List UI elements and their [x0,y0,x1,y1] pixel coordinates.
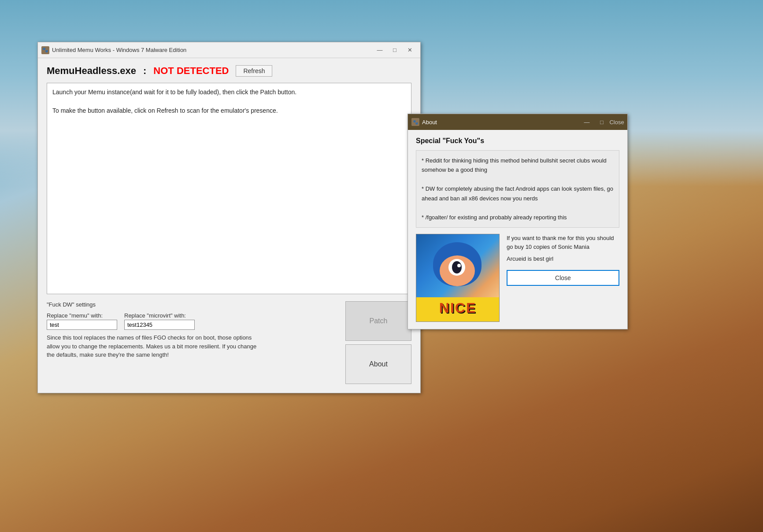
field-row: Replace "memu" with: Replace "microvirt"… [47,312,337,330]
about-titlebar: 🐾 About — □ Close [408,114,627,130]
titlebar-controls: — □ ✕ [373,45,417,55]
sonic-eye-pupil [452,261,462,273]
bullet2: * DW for completely abusing the fact And… [422,184,614,203]
about-app-icon: 🐾 [411,118,419,126]
sonic-head [429,242,486,295]
about-close-button[interactable]: Close [610,117,624,127]
sonic-image [416,234,500,322]
close-button[interactable]: ✕ [403,45,417,55]
main-window-title: Unlimited Memu Works - Windows 7 Malware… [52,47,370,53]
refresh-button[interactable]: Refresh [236,65,272,77]
sonic-eye-white [448,259,465,276]
microvirt-replace-input[interactable] [124,320,195,330]
about-heading: Special "Fuck You"s [416,137,619,145]
main-content-area: MemuHeadless.exe : NOT DETECTED Refresh … [38,58,420,393]
status-value: NOT DETECTED [153,65,229,77]
arcueid-text: Arcueid is best girl [507,255,619,262]
about-minimize-button[interactable]: — [580,117,594,127]
app-icon: 🐾 [41,46,49,54]
log-line-2: To make the button available, click on R… [52,106,406,115]
field-group-memu: Replace "memu" with: [47,312,117,330]
exe-name-label: MemuHeadless.exe [47,65,136,77]
about-window: 🐾 About — □ Close Special "Fuck You"s * … [407,114,628,329]
memu-replace-input[interactable] [47,320,117,330]
status-colon: : [143,65,146,77]
sonic-face [440,255,475,286]
log-line-1: Launch your Memu instance(and wait for i… [52,88,406,97]
status-row: MemuHeadless.exe : NOT DETECTED Refresh [47,65,411,77]
about-button[interactable]: About [345,344,411,384]
maximize-button[interactable]: □ [388,45,402,55]
sonic-eye-shine [457,264,461,267]
about-content-area: Special "Fuck You"s * Reddit for thinkin… [408,130,627,329]
about-titlebar-controls: — □ Close [580,117,624,127]
thank-text: If you want to thank me for this you sho… [507,234,619,251]
bullet1: * Reddit for thinking hiding this method… [422,156,614,175]
main-titlebar: 🐾 Unlimited Memu Works - Windows 7 Malwa… [38,42,420,58]
bullet3: * /fgoalter/ for existing and probably a… [422,213,614,222]
settings-left: "Fuck DW" settings Replace "memu" with: … [47,301,337,359]
patch-button[interactable]: Patch [345,301,411,341]
about-lower-section: If you want to thank me for this you sho… [416,234,619,322]
about-text-block: * Reddit for thinking hiding this method… [416,150,619,228]
settings-title: "Fuck DW" settings [47,301,337,308]
about-right-section: If you want to thank me for this you sho… [507,234,619,286]
settings-description: Since this tool replaces the names of fi… [47,333,258,359]
log-area: Launch your Memu instance(and wait for i… [47,83,411,294]
main-window: 🐾 Unlimited Memu Works - Windows 7 Malwa… [37,42,421,393]
field1-label: Replace "memu" with: [47,312,117,319]
about-window-title: About [422,119,577,126]
action-buttons: Patch About [345,301,411,384]
field2-label: Replace "microvirt" with: [124,312,195,319]
field-group-microvirt: Replace "microvirt" with: [124,312,195,330]
minimize-button[interactable]: — [373,45,387,55]
settings-section: "Fuck DW" settings Replace "memu" with: … [47,301,411,384]
about-maximize-button[interactable]: □ [595,117,609,127]
close-about-button[interactable]: Close [507,270,619,286]
